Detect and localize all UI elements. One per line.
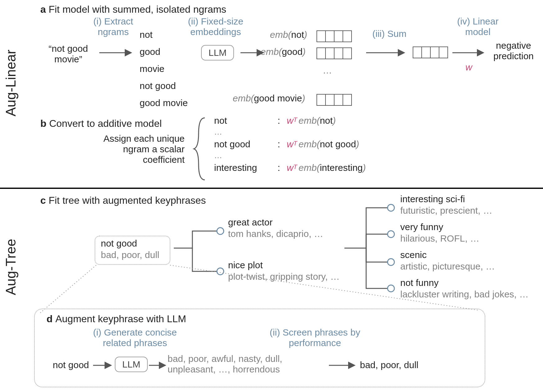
b-row: interesting : wT emb(interesting) xyxy=(214,163,366,173)
keyphrase: great actor xyxy=(228,217,272,228)
b-row: … xyxy=(214,127,222,137)
expansion: plot-twist, gripping story, … xyxy=(228,271,340,282)
keyphrase: scenic xyxy=(400,250,427,260)
aug-tree-label: Aug-Tree xyxy=(3,239,19,295)
keyphrase: not funny xyxy=(400,278,438,288)
tree-edge xyxy=(366,248,391,262)
divider xyxy=(0,188,543,189)
tree-edge xyxy=(366,248,391,288)
expansion: artistic, picturesque, … xyxy=(400,261,495,272)
keyphrase: nice plot xyxy=(228,260,263,270)
tree-edge xyxy=(344,208,391,248)
tree-node-icon xyxy=(388,285,394,292)
keyphrase: very funny xyxy=(400,222,443,232)
tree-node-icon xyxy=(388,231,394,238)
tree-edge xyxy=(192,248,220,271)
keyphrase: not good xyxy=(101,238,137,249)
tree-node-icon xyxy=(388,204,394,211)
tree-node-icon xyxy=(388,259,394,265)
expansion: lackluster writing, bad jokes, … xyxy=(400,289,529,300)
tree-edge xyxy=(174,231,220,248)
expansion: tom hanks, dicaprio, … xyxy=(228,229,323,239)
panel-b-subtitle: Assign each unique ngram a scalar coeffi… xyxy=(79,133,185,165)
expansion: hilarious, ROFL, … xyxy=(400,233,479,244)
keyphrase: interesting sci-fi xyxy=(400,194,465,204)
brace-icon xyxy=(194,118,205,180)
b-row: not good : wT emb(not good) xyxy=(214,139,359,149)
expansion: bad, poor, dull xyxy=(101,250,159,260)
expansion: futuristic, prescient, … xyxy=(400,205,492,216)
tree-node-icon xyxy=(217,268,224,275)
b-row: … xyxy=(214,151,222,160)
tree-edge xyxy=(366,234,391,248)
tree-node-icon xyxy=(217,228,224,234)
b-row: not : wT emb(not) xyxy=(214,115,336,126)
panel-b-title: b Convert to additive model xyxy=(40,118,162,129)
